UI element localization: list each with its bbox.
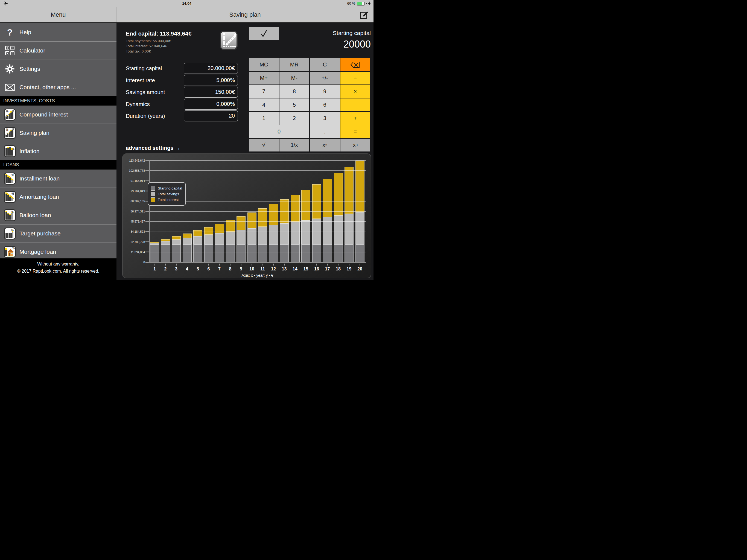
calc-button-multiply[interactable]: × (340, 85, 370, 98)
x-axis-tick (273, 263, 274, 265)
chart-falling-icon: % (4, 209, 16, 221)
calc-button-9[interactable]: 9 (310, 85, 340, 98)
calc-button-0[interactable]: 0 (249, 125, 309, 138)
bar-year-18 (334, 173, 343, 262)
bar-segment-starting-capital (291, 245, 300, 262)
sidebar-item-installment-loan[interactable]: %Installment loan (0, 170, 117, 187)
legend-item-total-savings: Total savings (151, 192, 182, 196)
y-axis-label: 22.789,728 (124, 240, 145, 244)
x-axis-label: 18 (334, 266, 342, 272)
sidebar-item-inflation[interactable]: %Inflation (0, 142, 117, 160)
sidebar-item-saving-plan[interactable]: %Saving plan (0, 124, 117, 142)
confirm-button[interactable] (249, 27, 279, 40)
bar-year-15 (301, 190, 310, 262)
compose-icon[interactable] (360, 10, 368, 19)
bar-year-10 (248, 212, 256, 262)
battery-icon (357, 2, 365, 5)
sidebar-item-balloon-loan[interactable]: %Balloon loan (0, 206, 117, 224)
calc-button-clear[interactable]: C (310, 58, 340, 71)
x-axis-tick (327, 263, 328, 265)
sidebar-item-compound-interest[interactable]: %Compound interest (0, 105, 117, 124)
calc-button-4[interactable]: 4 (249, 98, 279, 111)
y-axis-label: 68.369,185 (124, 200, 145, 203)
x-axis-label: 16 (312, 266, 321, 272)
x-axis-label: 2 (161, 266, 170, 272)
svg-text:%: % (12, 247, 15, 250)
bar-segment-starting-capital (344, 245, 354, 262)
calc-button-5[interactable]: 5 (279, 98, 310, 111)
input-label-starting-capital: Starting capital (126, 63, 162, 74)
x-axis-label: 17 (324, 266, 332, 272)
input-field-duration-years[interactable]: 20 (184, 110, 238, 121)
envelope-icon (4, 84, 16, 91)
calc-button-2[interactable]: 2 (279, 112, 310, 125)
calc-button-3[interactable]: 3 (310, 112, 340, 125)
calc-button-1[interactable]: 1 (249, 112, 279, 125)
y-axis-label: 113.948,642 (124, 159, 145, 162)
input-field-starting-capital[interactable]: 20.000,00€ (184, 63, 238, 74)
input-field-interest-rate[interactable]: 5,000% (184, 75, 238, 86)
y-axis-tick (146, 221, 149, 222)
bar-segment-total-interest (248, 212, 256, 228)
sidebar-item-calculator[interactable]: Calculator (0, 41, 117, 59)
sidebar-item-label: Balloon loan (19, 212, 51, 219)
svg-text:%: % (11, 210, 14, 213)
header: Menu Saving plan (0, 7, 374, 23)
sidebar-item-settings[interactable]: Settings (0, 59, 117, 78)
bar-segment-starting-capital (258, 245, 267, 262)
savings-chart-panel: 113.948,642102.553,77891.158,91479.764,0… (122, 153, 371, 278)
calc-button-m-plus[interactable]: M+ (249, 72, 279, 84)
x-axis-label: 19 (345, 266, 353, 272)
x-axis-tick (338, 263, 338, 265)
chart-falling-curve-icon: % (4, 191, 16, 203)
calc-button-reciprocal[interactable]: 1/x (279, 138, 310, 152)
sidebar-item-amortizing-loan[interactable]: %Amortizing loan (0, 187, 117, 206)
sidebar-item-target-purchase[interactable]: %Target purchase (0, 224, 117, 243)
sidebar-item-help[interactable]: ?Help (0, 23, 117, 41)
chart-flat-bars-icon: % (4, 228, 16, 239)
bar-segment-total-interest (226, 220, 235, 232)
calc-button-backspace[interactable] (340, 58, 370, 71)
bar-segment-total-interest (291, 195, 300, 222)
x-axis-label: 13 (280, 266, 288, 272)
bar-segment-starting-capital (301, 245, 310, 262)
calc-button-m-minus[interactable]: M- (279, 72, 310, 84)
sidebar-item-label: Compound interest (19, 111, 68, 118)
bar-year-4 (183, 233, 192, 262)
calc-button-minus[interactable]: - (340, 98, 370, 111)
bar-segment-total-savings (291, 222, 300, 244)
calc-button-sqrt[interactable]: √ (249, 138, 279, 152)
calc-button-divide[interactable]: ÷ (340, 72, 370, 84)
input-field-dynamics[interactable]: 0,000% (184, 99, 238, 110)
calc-button-6[interactable]: 6 (310, 98, 340, 111)
calc-button-7[interactable]: 7 (249, 85, 279, 98)
calc-button-mc[interactable]: MC (249, 58, 279, 71)
calc-button-8[interactable]: 8 (279, 85, 310, 98)
y-axis-tick (146, 211, 149, 212)
sidebar-item-mortgage-loan[interactable]: %Mortgage loan (0, 243, 117, 261)
advanced-settings-link[interactable]: advanced settings → (126, 145, 180, 151)
sidebar-item-label: Amortizing loan (19, 194, 59, 200)
total-interest-result: Total interest: 57.948,64€ (126, 44, 168, 48)
calc-button-square[interactable]: x2 (310, 138, 340, 152)
svg-text:%: % (11, 174, 14, 177)
calc-button-plus-minus[interactable]: +/- (310, 72, 340, 84)
calc-button-dot[interactable]: . (310, 125, 340, 138)
sidebar-item-contact-other-apps[interactable]: Contact, other apps ... (0, 78, 117, 96)
bar-segment-starting-capital (323, 245, 332, 262)
bar-segment-total-interest (236, 216, 246, 230)
show-chart-button[interactable] (220, 31, 238, 50)
calc-button-cube[interactable]: x3 (340, 138, 370, 152)
calc-button-equals[interactable]: = (340, 125, 370, 138)
calc-button-mr[interactable]: MR (279, 58, 310, 71)
y-axis-label: 0 (124, 261, 145, 264)
y-axis-label: 45.579,457 (124, 220, 145, 223)
x-axis-tick (165, 263, 166, 265)
y-axis-tick (146, 241, 149, 242)
total-tax-result: Total tax: 0,00€ (126, 49, 151, 53)
y-axis-tick (146, 231, 149, 232)
x-axis-label: 1 (151, 266, 159, 272)
gridline (149, 252, 366, 252)
input-field-savings-amount[interactable]: 150,00€ (184, 87, 238, 98)
calc-button-plus[interactable]: + (340, 112, 370, 125)
